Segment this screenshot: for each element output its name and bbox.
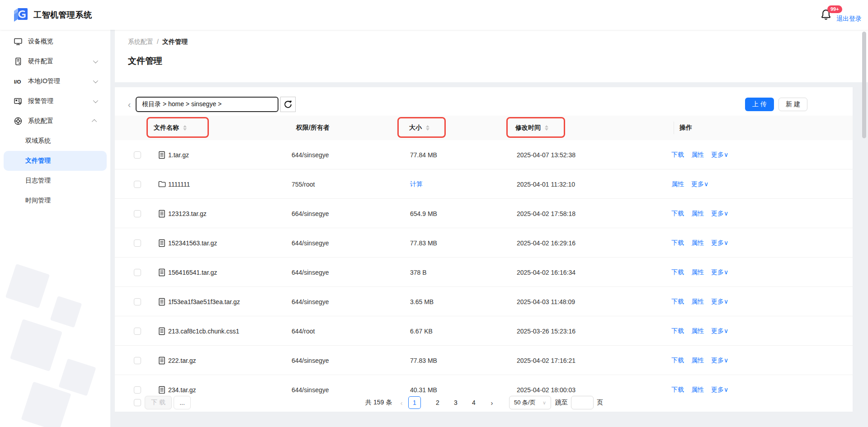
properties-link[interactable]: 属性 bbox=[671, 180, 684, 188]
sidebar-subitem-0[interactable]: 双域系统 bbox=[0, 131, 110, 151]
more-link[interactable]: 更多∨ bbox=[711, 151, 728, 159]
batch-more-button[interactable]: ... bbox=[174, 396, 191, 409]
properties-link[interactable]: 属性 bbox=[691, 151, 704, 159]
upload-button[interactable]: 上 传 bbox=[745, 98, 774, 111]
table-row: 123123.tar.gz664/sinsegye654.9 MB2025-04… bbox=[115, 199, 853, 228]
row-checkbox[interactable] bbox=[134, 239, 141, 247]
io-icon: I/O bbox=[14, 77, 23, 86]
table-footer: 下 载 ... 共 159 条 ‹ 1234 › 50 条/页 ∨ 跳至 页 bbox=[115, 394, 853, 412]
file-icon bbox=[158, 140, 165, 169]
more-link[interactable]: 更多∨ bbox=[711, 298, 728, 306]
alarm-icon bbox=[14, 97, 23, 106]
logout-link[interactable]: 退出登录 bbox=[836, 15, 862, 23]
properties-link[interactable]: 属性 bbox=[691, 298, 704, 306]
page-size-select[interactable]: 50 条/页 ∨ bbox=[509, 396, 551, 409]
select-all-checkbox[interactable] bbox=[134, 399, 141, 406]
monitor-icon bbox=[14, 37, 23, 46]
pagination-page-1[interactable]: 1 bbox=[408, 396, 421, 409]
properties-link[interactable]: 属性 bbox=[691, 357, 704, 365]
column-header-modified-time[interactable]: 修改时间 bbox=[515, 116, 548, 140]
file-permission: 755/root bbox=[292, 169, 315, 199]
row-checkbox[interactable] bbox=[134, 357, 141, 364]
row-checkbox[interactable] bbox=[134, 181, 141, 188]
pagination-page-2[interactable]: 2 bbox=[431, 394, 444, 412]
properties-link[interactable]: 属性 bbox=[691, 239, 704, 247]
sidebar-subitem-label: 日志管理 bbox=[25, 177, 51, 185]
sidebar-subitem-label: 时间管理 bbox=[25, 197, 51, 205]
download-link[interactable]: 下载 bbox=[671, 239, 684, 247]
more-link[interactable]: 更多∨ bbox=[711, 357, 728, 365]
more-link[interactable]: 更多∨ bbox=[711, 327, 728, 335]
properties-link[interactable]: 属性 bbox=[691, 210, 704, 218]
file-size: 77.83 MB bbox=[410, 346, 437, 375]
batch-download-button[interactable]: 下 载 bbox=[145, 396, 172, 409]
breadcrumb-parent[interactable]: 系统配置 bbox=[128, 38, 153, 45]
column-header-actions: 操作 bbox=[679, 116, 692, 140]
more-link[interactable]: 更多∨ bbox=[711, 239, 728, 247]
download-link[interactable]: 下载 bbox=[671, 210, 684, 218]
properties-link[interactable]: 属性 bbox=[691, 386, 704, 394]
download-link[interactable]: 下载 bbox=[671, 268, 684, 277]
row-checkbox[interactable] bbox=[134, 210, 141, 217]
jump-page-input[interactable] bbox=[571, 396, 594, 409]
sidebar-item-label: 硬件配置 bbox=[28, 57, 53, 66]
more-link[interactable]: 更多∨ bbox=[711, 386, 728, 394]
file-name: 222.tar.gz bbox=[168, 346, 196, 375]
more-link[interactable]: 更多∨ bbox=[711, 210, 728, 218]
row-actions: 下载属性更多∨ bbox=[671, 140, 728, 169]
download-link[interactable]: 下载 bbox=[671, 298, 684, 306]
properties-link[interactable]: 属性 bbox=[691, 268, 704, 277]
row-checkbox[interactable] bbox=[134, 151, 141, 159]
download-link[interactable]: 下载 bbox=[671, 386, 684, 394]
pagination-page-4[interactable]: 4 bbox=[467, 394, 480, 412]
app-header: 工智机管理系统 99+ 退出登录 bbox=[0, 0, 868, 30]
column-header-filename[interactable]: 文件名称 bbox=[154, 116, 187, 140]
file-permission: 664/sinsegye bbox=[292, 199, 329, 228]
download-link[interactable]: 下载 bbox=[671, 357, 684, 365]
more-link[interactable]: 更多∨ bbox=[691, 180, 708, 188]
table-body: 1.tar.gz644/sinsegye77.84 MB2025-04-07 1… bbox=[115, 140, 853, 404]
file-icon bbox=[158, 228, 165, 258]
table-header: 文件名称 权限/所有者 大小 修改时间 操作 bbox=[115, 116, 853, 140]
row-checkbox[interactable] bbox=[134, 328, 141, 335]
file-icon bbox=[158, 316, 165, 346]
sidebar-subitem-2[interactable]: 日志管理 bbox=[0, 171, 110, 191]
pagination-total: 共 159 条 bbox=[365, 394, 392, 412]
row-checkbox[interactable] bbox=[134, 269, 141, 276]
sidebar-subitem-1[interactable]: 文件管理 bbox=[4, 151, 107, 171]
calculate-size-link[interactable]: 计算 bbox=[410, 169, 423, 199]
hardware-icon bbox=[14, 57, 23, 66]
more-link[interactable]: 更多∨ bbox=[711, 268, 728, 277]
pagination-prev-button[interactable]: ‹ bbox=[398, 394, 405, 412]
download-link[interactable]: 下载 bbox=[671, 327, 684, 335]
sidebar-item-3[interactable]: 报警管理 bbox=[0, 91, 110, 111]
pagination-next-button[interactable]: › bbox=[488, 394, 495, 412]
sidebar-item-4[interactable]: 系统配置 bbox=[0, 111, 110, 131]
path-back-button[interactable]: ‹ bbox=[125, 97, 134, 112]
column-header-size[interactable]: 大小 bbox=[409, 116, 429, 140]
sort-icon[interactable] bbox=[426, 125, 429, 131]
file-permission: 644/root bbox=[292, 316, 315, 346]
row-actions: 下载属性更多∨ bbox=[671, 228, 728, 258]
create-button[interactable]: 新 建 bbox=[778, 98, 807, 111]
file-icon bbox=[158, 346, 165, 375]
row-checkbox[interactable] bbox=[134, 298, 141, 305]
file-name[interactable]: 1111111 bbox=[168, 169, 190, 199]
sidebar-item-0[interactable]: 设备概览 bbox=[0, 32, 110, 52]
modified-time: 2025-04-02 16:16:34 bbox=[517, 258, 576, 287]
vertical-scrollbar[interactable] bbox=[862, 32, 866, 138]
sort-icon[interactable] bbox=[183, 125, 187, 131]
path-input[interactable]: 根目录 > home > sinsegye > bbox=[136, 97, 278, 112]
sidebar-subitem-3[interactable]: 时间管理 bbox=[0, 191, 110, 211]
row-actions: 下载属性更多∨ bbox=[671, 316, 728, 346]
table-row: 1.tar.gz644/sinsegye77.84 MB2025-04-07 1… bbox=[115, 140, 853, 169]
properties-link[interactable]: 属性 bbox=[691, 327, 704, 335]
download-link[interactable]: 下载 bbox=[671, 151, 684, 159]
sidebar-item-1[interactable]: 硬件配置 bbox=[0, 52, 110, 71]
row-checkbox[interactable] bbox=[134, 386, 141, 394]
pagination-page-3[interactable]: 3 bbox=[449, 394, 462, 412]
refresh-button[interactable] bbox=[280, 97, 296, 112]
sort-icon[interactable] bbox=[545, 125, 548, 131]
notification-bell-icon[interactable]: 99+ bbox=[820, 9, 834, 24]
sidebar-item-2[interactable]: I/O本地IO管理 bbox=[0, 71, 110, 91]
